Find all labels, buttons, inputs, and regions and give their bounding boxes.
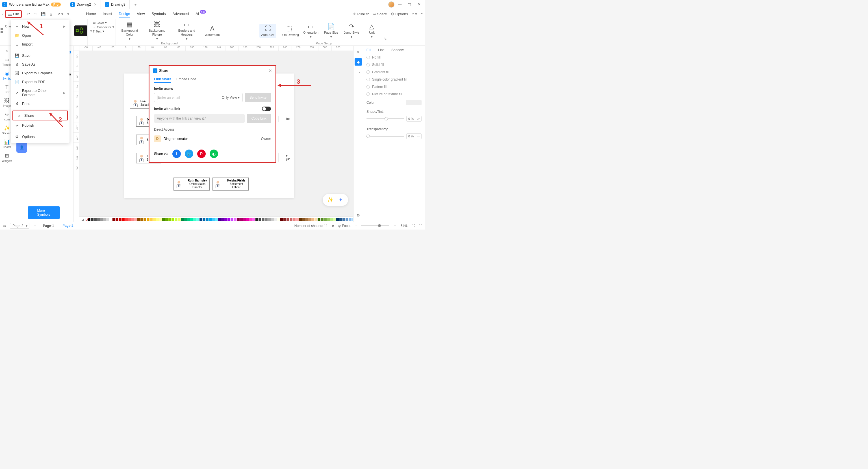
color-swatch[interactable]: [324, 218, 327, 221]
color-swatch[interactable]: [122, 218, 125, 221]
color-swatch[interactable]: [119, 218, 122, 221]
color-swatch[interactable]: [137, 218, 140, 221]
layers-icon[interactable]: ⧉: [332, 224, 334, 228]
auto-size-button[interactable]: ⛶Auto Size: [259, 24, 276, 38]
symbol-thumbnail[interactable]: 👤: [17, 142, 27, 153]
color-swatch[interactable]: [221, 218, 224, 221]
back-button[interactable]: ‹: [2, 12, 3, 16]
tab-home[interactable]: Home: [86, 10, 96, 18]
color-swatch[interactable]: [271, 218, 274, 221]
rail-stickers[interactable]: ✨Stickers: [2, 125, 12, 135]
color-swatch[interactable]: [346, 218, 348, 221]
fit-button[interactable]: ⛶: [411, 224, 415, 228]
file-menu-item[interactable]: 💾Save: [11, 51, 69, 60]
color-swatch[interactable]: [311, 218, 314, 221]
color-swatch[interactable]: [305, 218, 308, 221]
color-swatch[interactable]: [252, 218, 255, 221]
color-swatch[interactable]: [255, 218, 258, 221]
color-swatch[interactable]: [218, 218, 221, 221]
transparency-slider[interactable]: [367, 136, 404, 137]
file-menu-item[interactable]: ⤓Import: [11, 40, 69, 49]
color-swatch[interactable]: [224, 218, 227, 221]
color-swatch[interactable]: [265, 218, 268, 221]
file-menu-item[interactable]: 🖼Export to Graphics: [11, 69, 69, 78]
fill-option[interactable]: Gradient fill: [367, 68, 422, 76]
permission-dropdown[interactable]: Only View ▾: [222, 95, 240, 99]
org-chart-card[interactable]: Ruth BarnsleyOnline Sales Director: [174, 178, 210, 190]
panel-tab-line[interactable]: Line: [378, 48, 384, 52]
page-tab-1[interactable]: Page-1: [41, 223, 56, 229]
transparency-value[interactable]: 0 %▴▾: [406, 134, 422, 139]
text-dropdown[interactable]: T Text ▾: [93, 29, 114, 33]
file-menu-item[interactable]: ↗Export to Other Formats▶: [11, 86, 69, 99]
color-swatch[interactable]: [159, 218, 162, 221]
color-swatch[interactable]: [318, 218, 320, 221]
close-icon[interactable]: ✕: [94, 3, 97, 6]
color-swatch[interactable]: [406, 100, 422, 105]
color-swatch[interactable]: [103, 218, 106, 221]
color-swatch[interactable]: [261, 218, 265, 221]
color-swatch[interactable]: [203, 218, 206, 221]
color-swatch[interactable]: [258, 218, 261, 221]
color-swatch[interactable]: [230, 218, 234, 221]
org-chart-card[interactable]: lint: [279, 116, 291, 122]
color-swatch[interactable]: [150, 218, 153, 221]
style-panel-button[interactable]: ◆: [354, 58, 362, 66]
color-swatch[interactable]: [327, 218, 330, 221]
rail-widgets[interactable]: ⊞Widgets: [2, 153, 12, 163]
color-swatch[interactable]: [296, 218, 299, 221]
color-swatch[interactable]: [349, 218, 351, 221]
color-swatch[interactable]: [97, 218, 100, 221]
color-swatch[interactable]: [227, 218, 230, 221]
no-color-swatch[interactable]: [86, 218, 86, 221]
color-swatch[interactable]: [206, 218, 209, 221]
rail-image[interactable]: 🖼Image: [3, 98, 11, 108]
color-swatch[interactable]: [330, 218, 333, 221]
color-swatch[interactable]: [134, 218, 137, 221]
line-icon[interactable]: ◐: [210, 150, 218, 158]
fill-option[interactable]: Picture or texture fill: [367, 90, 422, 98]
save-button[interactable]: 💾: [41, 12, 45, 16]
color-swatch[interactable]: [249, 218, 252, 221]
file-menu-item[interactable]: 🖨Print: [11, 99, 69, 108]
rail-charts[interactable]: 📊Charts: [3, 139, 11, 149]
color-swatch[interactable]: [321, 218, 323, 221]
pinterest-icon[interactable]: P: [197, 150, 206, 158]
share-tab-embed[interactable]: Embed Code: [176, 77, 196, 83]
color-swatch[interactable]: [212, 218, 215, 221]
color-swatch[interactable]: [190, 218, 193, 221]
tab-symbols[interactable]: Symbols: [152, 10, 166, 18]
color-swatch[interactable]: [144, 218, 146, 221]
color-swatch[interactable]: [339, 218, 342, 221]
publish-button[interactable]: ✈ Publish: [353, 12, 370, 16]
color-swatch[interactable]: [277, 218, 280, 221]
email-input[interactable]: Enter an email Only View ▾: [154, 93, 243, 102]
color-swatch[interactable]: [141, 218, 143, 221]
color-swatch[interactable]: [199, 218, 202, 221]
shade-slider[interactable]: [367, 118, 404, 119]
color-swatch[interactable]: [308, 218, 311, 221]
color-swatch[interactable]: [342, 218, 345, 221]
tab-ai[interactable]: AIhot: [195, 10, 206, 18]
color-swatch[interactable]: [286, 218, 289, 221]
color-swatch[interactable]: [333, 218, 336, 221]
undo-button[interactable]: ↶: [27, 12, 30, 16]
color-swatch[interactable]: [125, 218, 128, 221]
settings-icon[interactable]: ⚙: [354, 211, 362, 219]
color-swatch[interactable]: [153, 218, 156, 221]
color-swatch[interactable]: [172, 218, 174, 221]
page-selector[interactable]: Page-2 ▾: [10, 223, 29, 229]
share-tab-link[interactable]: Link Share: [154, 77, 171, 83]
print-button[interactable]: 🖨: [50, 12, 53, 16]
watermark-button[interactable]: AWatermark: [204, 25, 221, 37]
file-menu-item[interactable]: 🗎Save As: [11, 60, 69, 69]
color-swatch[interactable]: [240, 218, 243, 221]
unit-button[interactable]: △Unit▾: [363, 23, 380, 39]
color-swatch[interactable]: [94, 218, 97, 221]
color-swatch[interactable]: [243, 218, 246, 221]
color-swatch[interactable]: [280, 218, 283, 221]
file-menu-item[interactable]: ⚙Options: [11, 132, 69, 141]
rail-templates[interactable]: ▭Templa: [2, 57, 11, 66]
dialog-launcher[interactable]: ↘: [384, 36, 389, 41]
color-swatch[interactable]: [187, 218, 190, 221]
